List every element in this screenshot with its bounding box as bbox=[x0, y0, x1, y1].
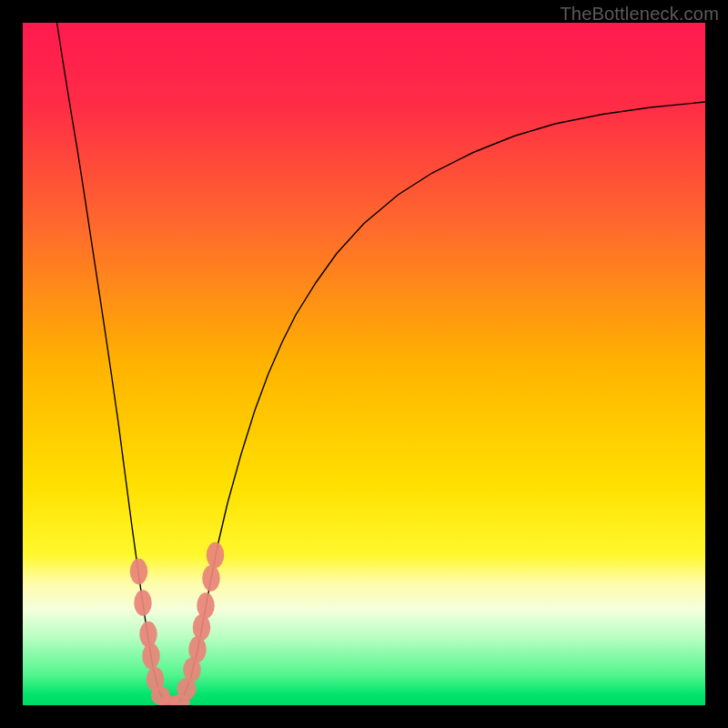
data-marker bbox=[202, 565, 220, 592]
plot-area bbox=[23, 23, 705, 705]
data-marker bbox=[207, 542, 225, 569]
watermark-text: TheBottleneck.com bbox=[560, 4, 719, 25]
data-marker bbox=[193, 614, 211, 641]
data-marker bbox=[197, 592, 215, 619]
chart-frame: TheBottleneck.com bbox=[0, 0, 728, 728]
data-marker bbox=[142, 643, 160, 670]
data-marker bbox=[188, 636, 207, 662]
data-markers bbox=[23, 23, 705, 705]
data-marker bbox=[134, 590, 152, 616]
data-marker bbox=[139, 622, 157, 648]
data-marker bbox=[130, 559, 148, 585]
